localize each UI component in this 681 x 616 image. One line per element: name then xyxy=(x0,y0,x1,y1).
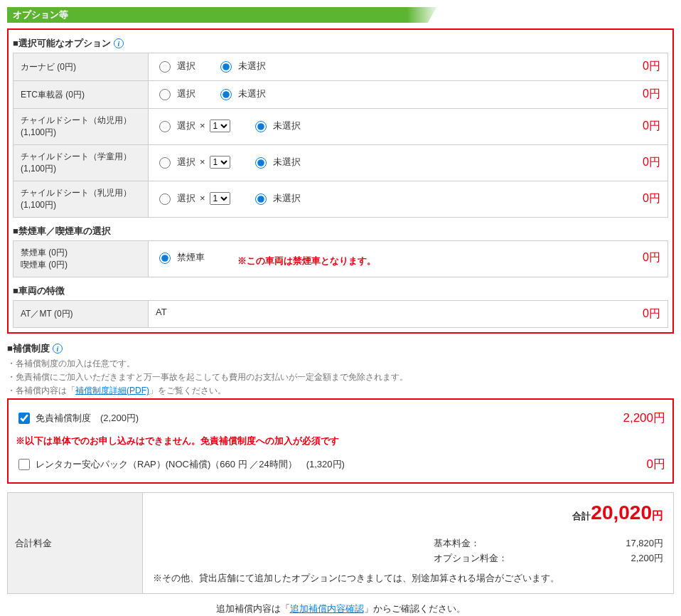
option-price: 0円 xyxy=(643,119,660,134)
section-header-options: オプション等 xyxy=(7,7,674,23)
features-value: AT xyxy=(156,307,167,317)
comp-warning: ※以下は単体でのお申し込みはできません。免責補償制度への加入が必須です xyxy=(13,432,668,450)
select-radio[interactable] xyxy=(159,61,171,73)
features-price: 0円 xyxy=(643,307,660,322)
unselect-label: 未選択 xyxy=(273,156,301,169)
grand-total: 合計20,020円 xyxy=(153,501,663,524)
total-label: 合計料金 xyxy=(8,493,143,593)
unselect-radio[interactable] xyxy=(220,89,232,100)
option-label: カーナビ (0円) xyxy=(14,53,149,81)
option-label: ETC車載器 (0円) xyxy=(14,81,149,109)
option-controls: 選択×1未選択0円 xyxy=(149,109,668,145)
option-controls: 選択未選択0円 xyxy=(149,81,668,109)
comp-note: ・各補償内容は「補償制度詳細(PDF)」をご覧ください。 xyxy=(7,385,674,397)
compensation-box: 免責補償制度 (2,200円) 2,200円 ※以下は単体でのお申し込みはできま… xyxy=(7,398,674,484)
comp-note: ・免責補償にご加入いただきますと万一事故を起こしても費用のお支払いが一定金額まで… xyxy=(7,371,674,383)
select-label: 選択 xyxy=(177,156,195,169)
select-label: 選択 xyxy=(177,192,195,205)
total-note: ※その他、貸出店舗にて追加したオプションにつきましては、別途加算される場合がござ… xyxy=(153,572,663,585)
smoking-label-cell: 禁煙車 (0円) 喫煙車 (0円) xyxy=(14,241,149,277)
unselect-radio[interactable] xyxy=(220,61,232,73)
total-content: 合計20,020円 基本料金： 17,820円 オプション料金： 2,200円 … xyxy=(143,493,673,593)
select-radio[interactable] xyxy=(159,89,171,100)
unselect-label: 未選択 xyxy=(273,192,301,205)
sub-header-compensation: ■補償制度 i xyxy=(7,342,674,355)
unselect-label: 未選択 xyxy=(273,120,301,132)
comp-label-2: レンタカー安心パック（RAP）(NOC補償)（660 円 ／24時間） (1,3… xyxy=(36,458,345,471)
select-radio[interactable] xyxy=(159,157,171,169)
footer-notes: 追加補償内容は「追加補償内容確認」からご確認ください。 入力された個人情報は個人… xyxy=(7,602,674,616)
pdf-link[interactable]: 補償制度詳細(PDF) xyxy=(75,386,149,395)
section-title: オプション等 xyxy=(13,9,68,20)
breakdown-row: 基本料金： 17,820円 xyxy=(153,537,663,550)
unselect-label: 未選択 xyxy=(238,60,266,73)
select-radio[interactable] xyxy=(159,193,171,205)
comp-price-2: 0円 xyxy=(647,456,665,472)
smoking-price: 0円 xyxy=(643,250,660,265)
comp-item-2: レンタカー安心パック（RAP）(NOC補償)（660 円 ／24時間） (1,3… xyxy=(13,450,668,478)
comp-item-1: 免責補償制度 (2,200円) 2,200円 xyxy=(13,404,668,432)
features-table: AT／MT (0円) AT 0円 xyxy=(13,300,668,328)
options-table: カーナビ (0円)選択未選択0円ETC車載器 (0円)選択未選択0円チャイルドシ… xyxy=(13,53,668,218)
qty-select[interactable]: 1 xyxy=(210,120,230,132)
smoking-radio[interactable] xyxy=(159,253,171,264)
breakdown-row: オプション料金： 2,200円 xyxy=(153,552,663,565)
select-label: 選択 xyxy=(177,87,195,100)
info-icon[interactable]: i xyxy=(114,38,124,48)
smoking-radio-label: 禁煙車 xyxy=(177,251,205,264)
option-controls: 選択×1未選択0円 xyxy=(149,145,668,181)
comp-price-1: 2,200円 xyxy=(623,410,665,426)
sub-header-features: ■車両の特徴 xyxy=(13,285,668,297)
unselect-radio[interactable] xyxy=(255,157,267,169)
sub-header-smoking: ■禁煙車／喫煙車の選択 xyxy=(13,225,668,238)
option-price: 0円 xyxy=(643,155,660,170)
smoking-table: 禁煙車 (0円) 喫煙車 (0円) 禁煙車 ※この車両は禁煙車となります。 0円 xyxy=(13,240,668,277)
option-controls: 選択未選択0円 xyxy=(149,53,668,81)
comp-note: ・各補償制度の加入は任意です。 xyxy=(7,358,674,370)
option-price: 0円 xyxy=(643,87,660,102)
select-radio[interactable] xyxy=(159,121,171,132)
smoking-note: ※この車両は禁煙車となります。 xyxy=(237,255,376,266)
option-label: チャイルドシート（乳児用）(1,100円) xyxy=(14,181,149,218)
qty-select[interactable]: 1 xyxy=(210,156,230,169)
select-label: 選択 xyxy=(177,60,195,73)
comp-label-1: 免責補償制度 (2,200円) xyxy=(36,412,139,425)
comp-checkbox-1[interactable] xyxy=(18,413,30,424)
info-icon[interactable]: i xyxy=(53,344,63,354)
qty-select[interactable]: 1 xyxy=(210,192,230,205)
sub-header-options: ■選択可能なオプション i xyxy=(13,37,668,50)
select-label: 選択 xyxy=(177,120,195,132)
option-controls: 選択×1未選択0円 xyxy=(149,181,668,218)
features-label: AT／MT (0円) xyxy=(14,301,149,328)
unselect-radio[interactable] xyxy=(255,121,267,132)
option-price: 0円 xyxy=(643,191,660,206)
total-box: 合計料金 合計20,020円 基本料金： 17,820円 オプション料金： 2,… xyxy=(7,492,674,594)
option-price: 0円 xyxy=(643,59,660,74)
comp-checkbox-2[interactable] xyxy=(18,459,30,470)
footer-link-1[interactable]: 追加補償内容確認 xyxy=(290,603,364,614)
unselect-radio[interactable] xyxy=(255,193,267,205)
option-label: チャイルドシート（学童用）(1,100円) xyxy=(14,145,149,181)
options-box: ■選択可能なオプション i カーナビ (0円)選択未選択0円ETC車載器 (0円… xyxy=(7,28,674,334)
option-label: チャイルドシート（幼児用）(1,100円) xyxy=(14,109,149,145)
unselect-label: 未選択 xyxy=(238,87,266,100)
